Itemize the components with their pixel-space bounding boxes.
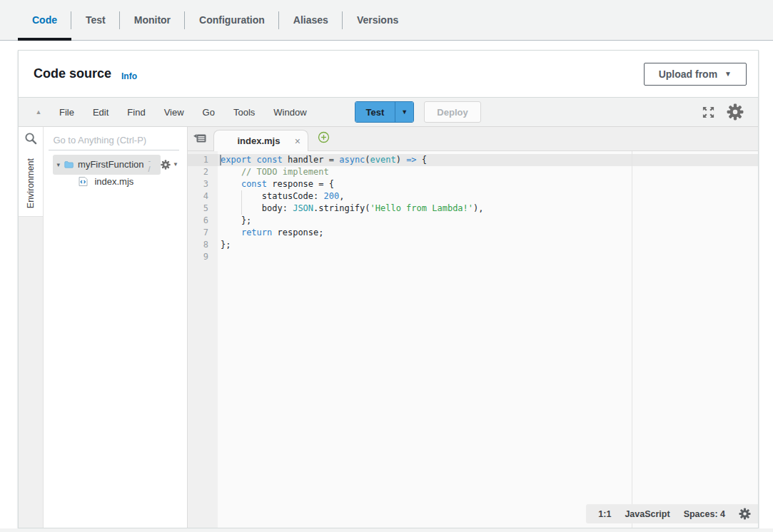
code-token: const: [241, 179, 267, 189]
spaces-setting[interactable]: Spaces: 4: [684, 509, 725, 519]
code-token: response;: [272, 227, 323, 237]
code-token: [221, 179, 241, 189]
code-token: };: [221, 215, 251, 225]
code-line[interactable]: statusCode: 200,: [218, 190, 758, 203]
code-token: .stringify(: [313, 203, 370, 213]
gear-icon: [161, 160, 171, 170]
file-sidebar: Environment ▾ myFirstFunction - /: [19, 127, 188, 528]
goto-anything-input[interactable]: [49, 131, 179, 150]
folder-path-suffix: - /: [148, 156, 154, 173]
text-cursor: [220, 155, 221, 165]
line-number[interactable]: 8: [188, 239, 218, 251]
editor-surface: 123456789 export const handler = async(e…: [188, 151, 758, 528]
menu-edit[interactable]: Edit: [84, 107, 118, 118]
test-button[interactable]: Test: [355, 102, 395, 122]
code-token: return: [241, 227, 272, 237]
test-dropdown-icon[interactable]: ▼: [395, 102, 413, 122]
editor-tab-index-mjs[interactable]: index.mjs ×: [213, 130, 308, 151]
line-number[interactable]: 2: [188, 166, 218, 178]
deploy-button[interactable]: Deploy: [424, 101, 480, 123]
folder-icon: [64, 160, 74, 169]
code-token: ): [396, 155, 406, 165]
fullscreen-icon[interactable]: [696, 106, 721, 119]
code-token: event: [370, 155, 396, 165]
code-line[interactable]: return response;: [218, 227, 758, 239]
code-line[interactable]: export const handler = async(event) => {: [218, 154, 758, 166]
code-line[interactable]: };: [218, 239, 758, 251]
tree-row-file[interactable]: index.mjs: [44, 173, 187, 190]
line-number[interactable]: 3: [188, 178, 218, 190]
code-line[interactable]: // TODO implement: [218, 166, 758, 178]
tree-row-folder[interactable]: ▾ myFirstFunction - / ▼: [44, 156, 187, 173]
cursor-position[interactable]: 1:1: [598, 509, 611, 519]
menu-find[interactable]: Find: [118, 107, 154, 118]
code-line[interactable]: body: JSON.stringify('Hello from Lambda!…: [218, 203, 758, 215]
code-token: body:: [221, 203, 293, 213]
code-line[interactable]: const response = {: [218, 178, 758, 190]
menu-tools[interactable]: Tools: [224, 107, 264, 118]
code-token: 200: [324, 191, 340, 201]
editor-tab-label: index.mjs: [224, 135, 293, 146]
tab-versions[interactable]: Versions: [343, 0, 413, 40]
tab-monitor[interactable]: Monitor: [120, 0, 185, 40]
code-token: ),: [473, 203, 483, 213]
line-number[interactable]: 4: [188, 190, 218, 203]
upload-from-button[interactable]: Upload from ▼: [644, 63, 747, 86]
code-source-card: Code source Info Upload from ▼ ▲ FileEdi…: [18, 50, 759, 528]
tab-list-icon[interactable]: [188, 126, 213, 150]
tree-settings-button[interactable]: ▼: [161, 160, 178, 170]
editor-settings-gear-icon[interactable]: [721, 103, 751, 121]
code-line[interactable]: };: [218, 215, 758, 227]
code-token: [251, 155, 256, 165]
code-token: // TODO implement: [221, 167, 329, 177]
menu-items-container: FileEditFindViewGoToolsWindow: [50, 107, 316, 118]
code-token: {: [417, 155, 427, 165]
tab-test[interactable]: Test: [71, 0, 120, 40]
code-token: handler =: [283, 155, 339, 165]
new-tab-icon[interactable]: [318, 131, 330, 145]
editor-menubar: ▲ FileEditFindViewGoToolsWindow Test ▼ D…: [19, 97, 758, 127]
upload-from-label: Upload from: [659, 68, 717, 80]
menu-view[interactable]: View: [155, 107, 193, 118]
code-token: [221, 227, 241, 237]
code-token: (: [365, 155, 370, 165]
print-margin-line: [632, 151, 632, 528]
folder-name: myFirstFunction: [78, 159, 143, 170]
editor-tab-bar: index.mjs ×: [188, 127, 758, 151]
code-lines[interactable]: export const handler = async(event) => {…: [218, 151, 758, 528]
editor-status-bar: 1:1 JavaScript Spaces: 4: [586, 504, 758, 523]
code-token: 'Hello from Lambda!': [370, 203, 474, 213]
code-token: async: [339, 155, 365, 165]
menu-window[interactable]: Window: [264, 107, 315, 118]
info-link[interactable]: Info: [121, 71, 137, 81]
line-number[interactable]: 7: [188, 227, 218, 239]
line-number[interactable]: 6: [188, 215, 218, 227]
status-gear-icon[interactable]: [739, 508, 751, 520]
function-tabs: CodeTestMonitorConfigurationAliasesVersi…: [0, 0, 773, 41]
js-file-icon: [79, 176, 88, 187]
menu-file[interactable]: File: [50, 107, 84, 118]
code-token: =>: [406, 155, 416, 165]
collapse-menubar-icon[interactable]: ▲: [27, 108, 50, 116]
close-icon[interactable]: ×: [293, 135, 302, 147]
line-number[interactable]: 1: [188, 154, 218, 166]
language-mode[interactable]: JavaScript: [625, 509, 670, 519]
folder-row-selection: ▾ myFirstFunction - /: [53, 155, 161, 175]
code-editor: index.mjs × 123456789 export const handl…: [188, 127, 758, 528]
indent-guide: [241, 190, 242, 215]
sidebar-tab-strip: Environment: [19, 127, 44, 528]
code-token: export: [221, 155, 251, 165]
tab-aliases[interactable]: Aliases: [279, 0, 343, 40]
chevron-expanded-icon[interactable]: ▾: [56, 161, 60, 168]
tab-code[interactable]: Code: [18, 0, 71, 40]
gutter: 123456789: [188, 151, 218, 528]
code-line[interactable]: [218, 251, 758, 263]
chevron-down-icon: ▼: [724, 70, 732, 78]
menu-go[interactable]: Go: [193, 107, 224, 118]
environment-tab[interactable]: Environment: [19, 150, 43, 216]
line-number[interactable]: 5: [188, 203, 218, 215]
sidebar-strip-filler: [19, 216, 43, 528]
tab-configuration[interactable]: Configuration: [185, 0, 279, 40]
line-number[interactable]: 9: [188, 251, 218, 263]
search-icon[interactable]: [19, 127, 43, 150]
